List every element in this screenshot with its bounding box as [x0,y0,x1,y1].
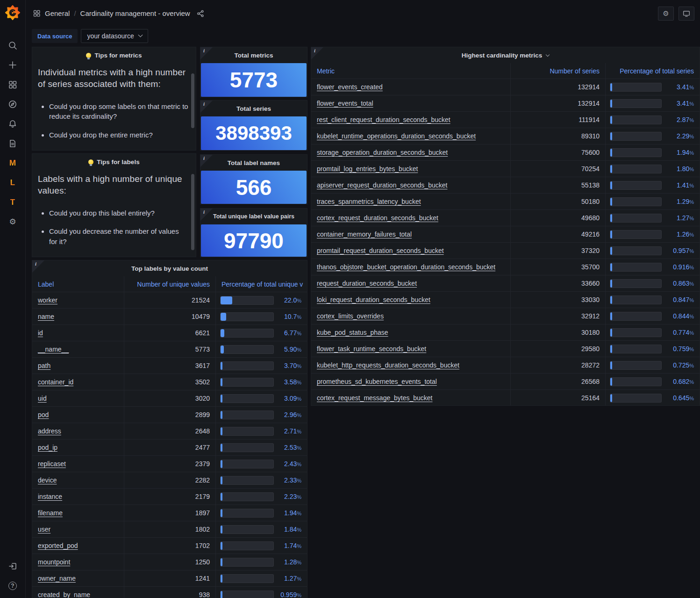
metric-link[interactable]: kubelet_http_requests_duration_seconds_b… [317,361,459,369]
panel-header[interactable]: i Highest cardinality metrics [311,47,700,63]
metric-link[interactable]: user [38,526,50,533]
gauge-bar [220,427,274,436]
percentage-gauge-cell: 3.41% [606,79,700,95]
metric-link[interactable]: cortex_request_message_bytes_bucket [317,394,432,402]
alerting-bell-icon[interactable] [8,119,17,129]
metric-link[interactable]: container_id [38,378,73,386]
percentage-gauge-cell: 6.77% [216,325,307,341]
gauge-bar [220,329,274,338]
percentage-gauge-cell: 1.29% [606,194,700,209]
panel-header[interactable]: i Total series [200,101,307,116]
loki-app-icon[interactable]: L [8,178,17,187]
percentage-gauge-cell: 0.957% [606,243,700,259]
dashboard-settings-button[interactable]: ⚙ [658,7,674,21]
gauge-bar-fill [610,100,612,108]
metric-link[interactable]: name [38,313,54,320]
dashboards-icon[interactable] [8,80,17,89]
create-plus-icon[interactable] [8,60,17,70]
scrollbar-thumb[interactable] [191,174,194,250]
explore-compass-icon[interactable] [8,100,17,109]
panel-header[interactable]: Tips for metrics [32,47,196,63]
datasource-select[interactable]: your datasource [81,29,148,43]
metric-link[interactable]: pod [38,411,49,418]
grafana-logo-icon[interactable] [5,5,20,20]
info-corner-icon[interactable]: i [32,260,44,273]
info-corner-icon[interactable]: i [200,155,213,167]
metric-link[interactable]: rest_client_request_duration_seconds_buc… [317,116,450,123]
metric-link[interactable]: mountpoint [38,558,70,566]
metric-link[interactable]: flower_events_total [317,100,373,107]
metric-link[interactable]: flower_task_runtime_seconds_bucket [317,345,426,353]
column-header-percentage[interactable]: Percentage of total series [606,63,700,79]
metric-link[interactable]: promtail_log_entries_bytes_bucket [317,165,418,173]
column-header-metric[interactable]: Metric [311,63,511,79]
metric-link[interactable]: cortex_limits_overrides [317,312,384,320]
sign-in-icon[interactable] [8,562,17,571]
gauge-bar-fill [221,526,222,533]
gauge-bar-fill [610,296,612,304]
percentage-gauge-cell: 1.27% [216,570,307,586]
metric-link[interactable]: kubelet_runtime_operations_duration_seco… [317,132,476,140]
percentage-value: 0.759% [666,345,694,353]
column-header-label[interactable]: Label [32,276,124,292]
info-corner-icon[interactable]: i [200,101,213,113]
metric-link[interactable]: traces_spanmetrics_latency_bucket [317,198,421,205]
metric-link[interactable]: uid [38,395,47,402]
series-count-cell: 3020 [124,390,216,406]
configuration-gear-icon[interactable]: ⚙ [8,217,17,227]
panel-header[interactable]: Tips for labels [32,154,196,170]
metric-link[interactable]: request_duration_seconds_bucket [317,280,417,287]
metric-link[interactable]: worker [38,296,57,304]
gauge-bar-fill [221,427,222,435]
metric-link[interactable]: thanos_objstore_bucket_operation_duratio… [317,263,495,271]
panel-menu-chevron-icon[interactable] [546,52,550,56]
mimir-app-icon[interactable]: M [8,159,17,168]
column-header-number-of-unique-values[interactable]: Number of unique values [124,276,216,292]
kiosk-mode-button[interactable] [679,7,694,21]
table-row: instance 2179 2.23% [32,489,307,505]
tempo-app-icon[interactable]: T [8,198,17,207]
docs-page-icon[interactable] [8,139,17,148]
column-header-number-of-series[interactable]: Number of series [511,63,606,79]
table-row: name 10479 10.7% [32,309,307,325]
metric-link[interactable]: __name__ [38,346,69,353]
panel-header[interactable]: i Total metrics [200,47,307,63]
metric-link[interactable]: kube_pod_status_phase [317,329,388,336]
metric-link[interactable]: id [38,329,43,337]
metric-link[interactable]: pod_ip [38,444,57,451]
metric-link[interactable]: path [38,362,50,369]
panel-header[interactable]: i Total label names [200,155,307,171]
metric-link[interactable]: created_by_name [38,591,90,598]
panel-header[interactable]: i Top labels by value count [32,260,307,276]
metric-link[interactable]: exported_pod [38,542,78,549]
metric-link[interactable]: cortex_request_duration_seconds_bucket [317,214,438,222]
info-corner-icon[interactable]: i [200,47,213,59]
share-icon[interactable] [196,9,205,18]
search-icon[interactable] [8,41,17,50]
column-header-percentage[interactable]: Percentage of total unique v [216,276,307,292]
metric-link[interactable]: prometheus_sd_kubernetes_events_total [317,378,437,385]
panel-header[interactable]: i Total unique label value pairs [200,209,307,224]
series-count-cell: 2282 [124,472,216,488]
metric-link[interactable]: filename [38,509,63,517]
metric-link[interactable]: loki_request_duration_seconds_bucket [317,296,430,303]
metric-link[interactable]: instance [38,493,62,500]
metric-link[interactable]: device [38,476,57,484]
scrollbar-thumb[interactable] [191,73,194,128]
metric-link[interactable]: apiserver_request_duration_seconds_bucke… [317,181,447,189]
series-count-cell: 30180 [511,324,606,340]
percentage-gauge-cell: 1.41% [606,177,700,193]
series-count-cell: 111914 [511,112,606,128]
metric-link[interactable]: owner_name [38,575,76,582]
stat-value: 566 [236,175,272,200]
info-corner-icon[interactable]: i [311,47,323,59]
metric-link[interactable]: promtail_request_duration_seconds_bucket [317,247,444,254]
metric-link[interactable]: container_memory_failures_total [317,231,412,238]
metric-link[interactable]: replicaset [38,460,66,468]
help-icon[interactable]: ? [8,581,17,591]
metric-link[interactable]: address [38,427,61,435]
metric-link[interactable]: storage_operation_duration_seconds_bucke… [317,149,448,156]
metric-link[interactable]: flower_events_created [317,83,383,91]
info-corner-icon[interactable]: i [200,209,213,221]
breadcrumb-folder[interactable]: General [45,9,70,17]
